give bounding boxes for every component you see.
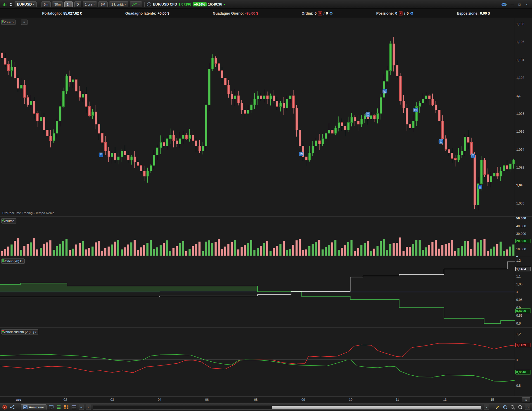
- timeframe-button-d[interactable]: D: [74, 1, 81, 7]
- volume-panel-chip[interactable]: Volume: [1, 218, 16, 223]
- divider: [18, 405, 18, 410]
- vortex-custom-chart[interactable]: [0, 328, 515, 396]
- volume-chart-plot[interactable]: Volume: [0, 217, 515, 257]
- zoom-out-glyph: [510, 405, 515, 410]
- chart-style-select[interactable]: ▾: [130, 1, 142, 7]
- zoom-selection-icon[interactable]: [502, 404, 508, 410]
- divider: [39, 2, 39, 7]
- scrollbar-thumb[interactable]: [272, 406, 481, 409]
- order-marker-icon[interactable]: [366, 112, 370, 117]
- exposure-value: 0,00 $: [480, 11, 490, 15]
- x-axis-label: ago: [15, 398, 21, 401]
- vortex-y-axis[interactable]: 1,21,11,0510,950,90,850,81,14640,8799: [515, 257, 532, 327]
- scroll-next-button[interactable]: ›: [484, 405, 489, 410]
- vortex-custom-panel-chip[interactable]: Vortex custom (20) ƒx: [1, 329, 38, 334]
- zoom-out-icon[interactable]: [510, 404, 516, 410]
- workspace-monitor-icon[interactable]: [48, 404, 54, 410]
- portfolio-item: Portafoglio: 85.027,62 €: [42, 11, 82, 15]
- y-axis-label: 1,096: [516, 129, 524, 133]
- order-marker-icon[interactable]: [383, 89, 387, 93]
- share-icon[interactable]: [9, 404, 15, 410]
- period-select[interactable]: 1 ora ▾: [83, 1, 97, 7]
- user-icon[interactable]: [8, 2, 13, 6]
- order-marker-icon[interactable]: [471, 154, 475, 158]
- orders-count-2: 0: [326, 11, 328, 15]
- price-panel-chip[interactable]: Prezzo: [1, 20, 15, 25]
- timeframe-button-30m[interactable]: 30m: [52, 1, 63, 7]
- vortex-custom-y-axis[interactable]: 1,210,81,11290,9046: [515, 328, 532, 396]
- zoom-in-glyph: [518, 405, 523, 410]
- user-glyph: [8, 2, 13, 6]
- price-panel-menu-button[interactable]: ≡: [21, 20, 27, 25]
- bottom-toolbar: Analizzare « ‹ ›: [0, 403, 532, 411]
- vortex-chart-plot[interactable]: Vortex (20) D: [0, 257, 515, 327]
- symbol-select[interactable]: EURUSD ▾: [15, 1, 37, 7]
- orders-label: Ordini:: [302, 11, 313, 15]
- vortex-custom-icon: [2, 330, 5, 333]
- axis-value-tag: 20.500: [515, 239, 531, 243]
- y-axis-label: 1,098: [516, 112, 524, 116]
- minimize-button[interactable]: —: [509, 2, 515, 7]
- chart-horizontal-scrollbar[interactable]: [93, 405, 482, 410]
- platform-icon[interactable]: [2, 404, 8, 410]
- exposure-label: Esposizione:: [457, 11, 479, 15]
- scroll-prev-button[interactable]: ‹: [86, 405, 91, 410]
- position-settings-icon[interactable]: ⚙: [410, 11, 414, 15]
- close-button[interactable]: ×: [524, 2, 530, 7]
- vortex-custom-chart-plot[interactable]: Vortex custom (20) ƒx: [0, 328, 515, 396]
- price-panel-label: Prezzo: [4, 20, 13, 24]
- x-axis-label: 13: [443, 398, 447, 401]
- timeframe-label: D: [77, 3, 79, 6]
- order-marker-icon[interactable]: [99, 153, 103, 157]
- range-6m-button[interactable]: 6M: [99, 1, 108, 7]
- workspace-grid-icon[interactable]: [63, 404, 69, 410]
- price-chart-plot[interactable]: Prezzo ≡ ProRealTime Trading - Tempo Rea…: [0, 18, 515, 216]
- chevron-down-icon: ▾: [139, 3, 140, 6]
- orders-cancel-icon[interactable]: ×: [318, 11, 322, 15]
- units-select[interactable]: 1 k unità ▾: [109, 1, 128, 7]
- orders-list-icon[interactable]: [56, 404, 62, 410]
- scroll-to-end-button[interactable]: »: [522, 397, 530, 402]
- volume-y-axis[interactable]: 50.00040.00030.00010.000020.500: [515, 217, 532, 257]
- mini-chart-icon[interactable]: [2, 2, 7, 6]
- quotes-table-icon[interactable]: [71, 404, 77, 410]
- info-icon[interactable]: i: [147, 2, 151, 6]
- timeframe-button-1h[interactable]: 1h: [64, 1, 72, 7]
- x-axis-label: 11: [396, 398, 399, 401]
- settings-gears-icon[interactable]: ⚙⚙: [501, 2, 506, 7]
- volume-panel: Volume 50.00040.00030.00010.000020.500: [0, 217, 532, 257]
- period-label: 1 ora: [85, 3, 92, 6]
- position-label: Posizione:: [376, 11, 394, 15]
- maximize-button[interactable]: □: [517, 2, 522, 7]
- analyze-button[interactable]: Analizzare: [21, 404, 46, 410]
- order-marker-icon[interactable]: [299, 152, 303, 156]
- vortex-panel-chip[interactable]: Vortex (20) D: [1, 259, 25, 264]
- y-axis-label: 1,108: [516, 22, 524, 26]
- x-axis-bar[interactable]: » ago02030406080910111315: [0, 397, 532, 403]
- y-axis-label: 1,092: [516, 165, 524, 169]
- position-close-icon[interactable]: ×: [399, 11, 403, 15]
- volume-chart[interactable]: [0, 217, 515, 257]
- order-marker-icon[interactable]: [414, 108, 418, 112]
- axis-value-tag: 1,1129: [515, 343, 531, 347]
- portfolio-label: Portafoglio:: [42, 11, 62, 15]
- order-marker-icon[interactable]: [439, 139, 443, 143]
- x-axis-label: 10: [349, 398, 352, 401]
- vortex-chart[interactable]: [0, 257, 515, 327]
- y-axis-label: 30.000: [516, 232, 526, 236]
- price-y-axis[interactable]: 1,1081,1061,1041,1021,11,0981,0961,0941,…: [515, 18, 532, 216]
- fx-edit-button[interactable]: ƒx: [33, 330, 36, 334]
- pan-mode-button[interactable]: ↔: [525, 405, 530, 410]
- orders-settings-icon[interactable]: ⚙: [329, 11, 333, 15]
- y-axis-label: 1,094: [516, 148, 524, 152]
- timeframe-button-5m[interactable]: 5m: [42, 1, 51, 7]
- latent-gain-label: Guadagno latente:: [125, 11, 156, 15]
- chevron-down-icon: ▾: [33, 3, 34, 6]
- volume-panel-label: Volume: [4, 219, 14, 223]
- latent-gain-value: +0,00 $: [158, 11, 169, 15]
- zoom-in-icon[interactable]: [517, 404, 523, 410]
- order-marker-icon[interactable]: [478, 185, 482, 189]
- draw-pencil-icon[interactable]: [495, 404, 500, 410]
- candlestick-chart[interactable]: [0, 18, 515, 216]
- vortex-custom-panel: Vortex custom (20) ƒx 1,210,81,11290,904…: [0, 328, 532, 397]
